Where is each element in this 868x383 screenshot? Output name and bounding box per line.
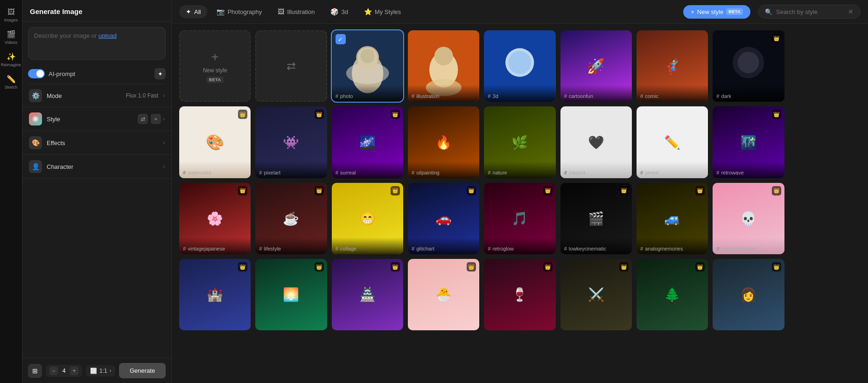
ai-prompt-toggle[interactable] xyxy=(28,69,45,78)
tab-all[interactable]: ✦ All xyxy=(179,5,207,18)
grid-item-dark[interactable]: 👑 # dark xyxy=(713,30,784,102)
row4-8-crown-icon: 👑 xyxy=(772,262,781,272)
nav-item-reimagine[interactable]: ✨ Reimagine xyxy=(2,50,21,69)
count-increase-btn[interactable]: + xyxy=(70,367,78,375)
styles-grid: + New style BETA ⇄ ✓ xyxy=(179,30,861,330)
nav-item-videos[interactable]: 🎬 Videos xyxy=(2,28,21,47)
new-style-button[interactable]: + New style BETA xyxy=(683,5,750,19)
grid-item-glitchart[interactable]: 👑 🚗 # glitchart xyxy=(408,183,479,254)
grid-item-row4-6[interactable]: 👑 ⚔️ xyxy=(560,259,632,330)
grid-item-new-style[interactable]: + New style BETA xyxy=(179,30,251,102)
bottom-controls: ⊞ − 4 + ⬜ 1:1 › Generate xyxy=(22,358,171,383)
search-input[interactable] xyxy=(776,8,844,15)
aspect-ratio-btn[interactable]: ⬜ 1:1 › xyxy=(86,365,115,376)
tab-illustration-label: Illustration xyxy=(287,8,315,15)
grid-label-surreal: # surreal xyxy=(332,161,403,178)
grid-item-watercolor[interactable]: 👑 🎨 # watercolor xyxy=(179,106,251,178)
vintagejapanese-crown-icon: 👑 xyxy=(238,186,247,195)
grid-label-dark: # dark xyxy=(713,85,784,102)
sketch-icon: ✏️ xyxy=(7,75,16,84)
effects-row[interactable]: 🎨 Effects › xyxy=(22,131,171,155)
grid-label-lifestyle: # lifestyle xyxy=(255,237,327,254)
grid-item-row4-8[interactable]: 👑 👩 xyxy=(713,259,784,330)
grid-item-analogmemories[interactable]: 👑 🚙 # analogmemories xyxy=(637,183,708,254)
tab-photography[interactable]: 📷 Photography xyxy=(210,5,268,18)
nav-item-images[interactable]: 🖼 Images xyxy=(2,6,21,24)
nav-label-sketch: Sketch xyxy=(5,85,18,90)
layers-btn[interactable]: ⊞ xyxy=(28,364,42,378)
top-bar: ✦ All 📷 Photography 🖼 Illustration 🎲 3d … xyxy=(172,0,868,24)
grid-item-row4-2[interactable]: 👑 🌅 xyxy=(255,259,327,330)
style-row[interactable]: Style ⇄ + › xyxy=(22,107,171,131)
grid-item-photo[interactable]: ✓ # photo xyxy=(332,30,403,102)
grid-label-illustration: # illustration xyxy=(408,85,479,102)
close-search-icon[interactable]: ✕ xyxy=(848,8,854,15)
nav-label-reimagine: Reimagine xyxy=(1,63,21,67)
grid-item-row4-5[interactable]: 👑 🍷 xyxy=(484,259,555,330)
prompt-area[interactable]: Describe your image or upload xyxy=(28,27,166,60)
magic-icon[interactable]: ✦ xyxy=(154,68,166,79)
grid-item-3d[interactable]: # 3d xyxy=(484,30,555,102)
tab-illustration[interactable]: 🖼 Illustration xyxy=(271,5,321,18)
grid-item-pencil[interactable]: ✏️ # pencil xyxy=(637,106,708,178)
grid-item-cartoonfun[interactable]: 🚀 # cartoonfun xyxy=(560,30,632,102)
grid-label-retroglow: # retroglow xyxy=(484,237,555,254)
main-area: ✦ All 📷 Photography 🖼 Illustration 🎲 3d … xyxy=(172,0,868,383)
prompt-placeholder-text: Describe your image or xyxy=(34,32,98,39)
grid-item-oilpainting[interactable]: 🔥 # oilpainting xyxy=(408,106,479,178)
grid-label-analogmemories: # analogmemories xyxy=(637,237,708,254)
character-chevron-icon: › xyxy=(163,163,165,170)
search-icon: 🔍 xyxy=(765,8,772,15)
grid-item-surreal[interactable]: 👑 🌌 # surreal xyxy=(332,106,403,178)
lowkeycinematic-crown-icon: 👑 xyxy=(619,186,629,195)
grid-item-vintagejapanese[interactable]: 👑 🌸 # vintagejapanese xyxy=(179,183,251,254)
grid-item-nature[interactable]: 🌿 # nature xyxy=(484,106,555,178)
grid-item-inkprint[interactable]: 🖤 # inkprint xyxy=(560,106,632,178)
character-row[interactable]: 👤 Character › xyxy=(22,155,171,179)
effects-icon: 🎨 xyxy=(29,136,42,149)
grid-label-3d: # 3d xyxy=(484,85,555,102)
count-decrease-btn[interactable]: − xyxy=(49,367,58,375)
lifestyle-crown-icon: 👑 xyxy=(315,186,324,195)
new-style-grid-text: New style xyxy=(203,67,227,74)
tab-3d[interactable]: 🎲 3d xyxy=(324,5,354,18)
grid-item-trippyillustration[interactable]: 👑 💀 # trippyillustration xyxy=(713,183,784,254)
grid-item-row4-4[interactable]: 👑 🐣 xyxy=(408,259,479,330)
grid-item-pixelart[interactable]: 👑 👾 # pixelart xyxy=(255,106,327,178)
images-icon: 🖼 xyxy=(7,8,15,16)
nav-item-sketch[interactable]: ✏️ Sketch xyxy=(2,73,21,91)
grid-item-retroglow[interactable]: 👑 🎵 # retroglow xyxy=(484,183,555,254)
mode-row[interactable]: ⚙️ Mode Flux 1.0 Fast › xyxy=(22,84,171,107)
grid-label-vintagejapanese: # vintagejapanese xyxy=(179,237,251,254)
grid-item-row4-3[interactable]: 👑 🏯 xyxy=(332,259,403,330)
grid-item-row4-1[interactable]: 👑 🏰 xyxy=(179,259,251,330)
tab-3d-label: 3d xyxy=(341,8,348,15)
search-bar[interactable]: 🔍 ✕ xyxy=(758,5,861,19)
svg-point-11 xyxy=(434,47,453,65)
style-label: Style xyxy=(47,116,138,123)
upload-link[interactable]: upload xyxy=(98,32,117,39)
grid-item-lowkeycinematic[interactable]: 👑 🎬 # lowkeycinematic xyxy=(560,183,632,254)
new-style-plus-icon: + xyxy=(691,8,694,15)
tab-mystyles[interactable]: ⭐ My Styles xyxy=(357,5,407,18)
grid-label-comic: # comic xyxy=(637,85,708,102)
tab-all-label: All xyxy=(194,8,201,15)
style-shuffle-btn[interactable]: ⇄ xyxy=(138,114,148,124)
generate-button[interactable]: Generate xyxy=(119,363,166,378)
grid-label-watercolor: # watercolor xyxy=(179,161,251,178)
grid-item-retrowave[interactable]: 👑 🌃 # retrowave xyxy=(713,106,784,178)
row4-7-crown-icon: 👑 xyxy=(695,262,705,272)
nav-label-images: Images xyxy=(4,18,18,22)
grid-item-lifestyle[interactable]: 👑 ☕ # lifestyle xyxy=(255,183,327,254)
svg-point-1 xyxy=(34,117,37,121)
style-add-btn[interactable]: + xyxy=(151,114,161,124)
count-value: 4 xyxy=(61,367,67,374)
grid-item-row4-7[interactable]: 👑 🌲 xyxy=(637,259,708,330)
gear-icon: ⚙️ xyxy=(29,89,42,102)
grid-item-illustration[interactable]: # illustration xyxy=(408,30,479,102)
character-icon: 👤 xyxy=(29,160,42,173)
grid-label-lowkeycinematic: # lowkeycinematic xyxy=(560,237,632,254)
grid-item-random[interactable]: ⇄ xyxy=(255,30,327,102)
grid-item-collage[interactable]: 👑 😁 # collage xyxy=(332,183,403,254)
grid-item-comic[interactable]: 🦸 # comic xyxy=(637,30,708,102)
